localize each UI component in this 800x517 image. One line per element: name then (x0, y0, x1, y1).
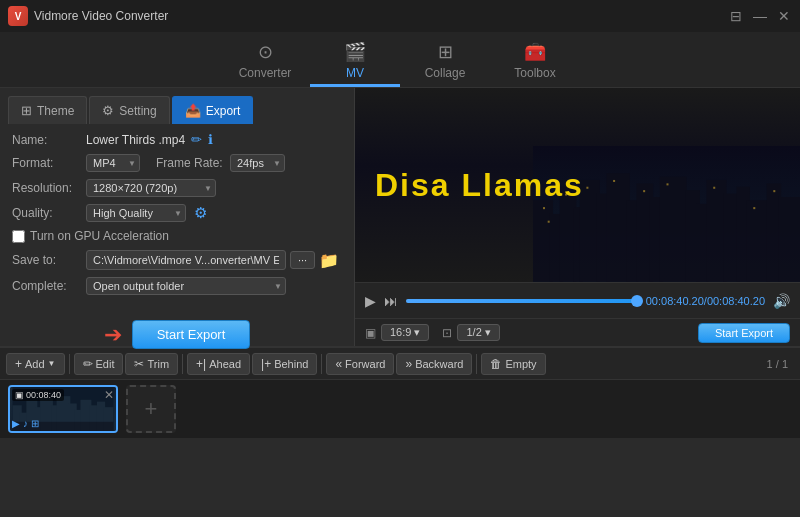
add-label: Add (25, 358, 45, 370)
add-btn[interactable]: + Add ▼ (6, 353, 65, 375)
clip-add-icon: + (145, 396, 158, 422)
behind-btn[interactable]: |+ Behind (252, 353, 317, 375)
right-panel: Disa Llamas ▶ ⏭ 00:08:40.20/00:08:40.20 … (355, 88, 800, 346)
progress-thumb (631, 295, 643, 307)
page-indicator: 1 / 1 (767, 358, 794, 370)
framerate-label: Frame Rate: (156, 156, 224, 170)
volume-icon[interactable]: 🔊 (773, 293, 790, 309)
behind-icon: |+ (261, 357, 271, 371)
framerate-select[interactable]: 24fps 25fps 30fps (230, 154, 285, 172)
screen-icon: ⊡ (442, 326, 452, 340)
divider-4 (476, 354, 477, 374)
start-export-btn-left[interactable]: Start Export (132, 320, 251, 349)
saveto-row: Save to: ··· 📁 (12, 250, 342, 270)
tab-collage[interactable]: ⊞ Collage (400, 37, 490, 87)
sub-tabs: ⊞ Theme ⚙ Setting 📤 Export (0, 88, 354, 124)
tab-toolbox-label: Toolbox (514, 66, 555, 80)
trash-icon: 🗑 (490, 357, 502, 371)
quality-select[interactable]: High Quality Medium Quality (86, 204, 186, 222)
svg-rect-27 (713, 187, 715, 189)
sub-tab-setting[interactable]: ⚙ Setting (89, 96, 169, 124)
edit-name-icon[interactable]: ✏ (191, 132, 202, 147)
complete-row: Complete: Open output folder Do nothing … (12, 277, 342, 295)
divider-1 (69, 354, 70, 374)
forward-label: Forward (345, 358, 385, 370)
top-nav: ⊙ Converter 🎬 MV ⊞ Collage 🧰 Toolbox (0, 32, 800, 88)
format-select-wrapper: MP4 AVI MOV (86, 154, 140, 172)
ratio-wrapper: ▣ 16:9 ▾ ⊡ 1/2 ▾ (365, 324, 500, 341)
svg-rect-7 (606, 173, 629, 282)
clip-audio-icon: ♪ (23, 418, 28, 429)
trim-btn[interactable]: ✂ Trim (125, 353, 178, 375)
path-row: ··· 📁 (86, 250, 339, 270)
clip-item[interactable]: ▣ 00:08:40 ✕ ▶ ♪ ⊞ (8, 385, 118, 433)
svg-rect-28 (753, 207, 755, 209)
minimize-btn[interactable]: — (752, 8, 768, 24)
trim-icon: ✂ (134, 357, 144, 371)
arrow-right-icon: ➔ (104, 322, 122, 348)
complete-select-wrapper: Open output folder Do nothing Shutdown (86, 277, 286, 295)
svg-rect-23 (586, 187, 588, 189)
format-row: Format: MP4 AVI MOV Frame Rate: 24fps 25… (12, 154, 342, 172)
close-btn[interactable]: ✕ (776, 8, 792, 24)
collage-icon: ⊞ (438, 41, 453, 63)
tab-toolbox[interactable]: 🧰 Toolbox (490, 37, 580, 87)
clip-add-btn[interactable]: + (126, 385, 176, 433)
quality-settings-btn[interactable]: ⚙ (192, 204, 209, 222)
sub-tab-setting-label: Setting (119, 104, 156, 118)
empty-btn[interactable]: 🗑 Empty (481, 353, 545, 375)
progress-bar[interactable] (406, 299, 638, 303)
split-btn[interactable]: 1/2 ▾ (457, 324, 499, 341)
edit-btn[interactable]: ✏ Edit (74, 353, 124, 375)
gpu-text: Turn on GPU Acceleration (30, 229, 169, 243)
format-select[interactable]: MP4 AVI MOV (86, 154, 140, 172)
svg-rect-20 (543, 207, 545, 209)
tab-converter-label: Converter (239, 66, 292, 80)
clip-play-icon: ▶ (12, 418, 20, 429)
complete-select[interactable]: Open output folder Do nothing Shutdown (86, 277, 286, 295)
timeline-clips: ▣ 00:08:40 ✕ ▶ ♪ ⊞ + (0, 380, 800, 438)
forward-btn[interactable]: « Forward (326, 353, 394, 375)
clip-bottom-icons: ▶ ♪ ⊞ (12, 418, 39, 429)
backward-btn[interactable]: » Backward (396, 353, 472, 375)
saveto-label: Save to: (12, 253, 80, 267)
path-dots-btn[interactable]: ··· (290, 251, 315, 269)
name-value: Lower Thirds .mp4 (86, 133, 185, 147)
ahead-btn[interactable]: +| Ahead (187, 353, 250, 375)
ahead-icon: +| (196, 357, 206, 371)
play-btn[interactable]: ▶ (365, 293, 376, 309)
converter-icon: ⊙ (258, 41, 273, 63)
clip-duration: ▣ 00:08:40 (12, 389, 64, 401)
settings-area: Name: Lower Thirds .mp4 ✏ ℹ Format: MP4 … (0, 124, 354, 310)
step-forward-btn[interactable]: ⏭ (384, 293, 398, 309)
setting-icon: ⚙ (102, 103, 114, 118)
progress-fill (406, 299, 638, 303)
behind-label: Behind (274, 358, 308, 370)
path-folder-btn[interactable]: 📁 (319, 251, 339, 270)
left-panel: ⊞ Theme ⚙ Setting 📤 Export Name: Lower T… (0, 88, 355, 346)
divider-3 (321, 354, 322, 374)
gpu-label[interactable]: Turn on GPU Acceleration (12, 229, 169, 243)
start-export-btn-right[interactable]: Start Export (698, 323, 790, 343)
path-input[interactable] (86, 250, 286, 270)
svg-rect-25 (643, 190, 645, 192)
preview-title: Disa Llamas (375, 167, 584, 204)
ratio-icon: ▣ (365, 326, 376, 340)
name-label: Name: (12, 133, 80, 147)
gpu-checkbox[interactable] (12, 230, 25, 243)
name-row: Name: Lower Thirds .mp4 ✏ ℹ (12, 132, 342, 147)
tab-converter[interactable]: ⊙ Converter (220, 37, 310, 87)
video-controls: ▶ ⏭ 00:08:40.20/00:08:40.20 🔊 (355, 282, 800, 318)
tab-mv[interactable]: 🎬 MV (310, 37, 400, 87)
resolution-select[interactable]: 1280×720 (720p) 1920×1080 (1080p) (86, 179, 216, 197)
resolution-label: Resolution: (12, 181, 80, 195)
sub-tab-theme[interactable]: ⊞ Theme (8, 96, 87, 124)
svg-rect-26 (667, 184, 669, 186)
sub-tab-export[interactable]: 📤 Export (172, 96, 254, 124)
toolbox-icon: 🧰 (524, 41, 546, 63)
info-icon[interactable]: ℹ (208, 132, 213, 147)
clip-close-btn[interactable]: ✕ (104, 388, 114, 402)
app-icon: V (8, 6, 28, 26)
tile-btn[interactable]: ⊟ (728, 8, 744, 24)
ratio-btn[interactable]: 16:9 ▾ (381, 324, 429, 341)
